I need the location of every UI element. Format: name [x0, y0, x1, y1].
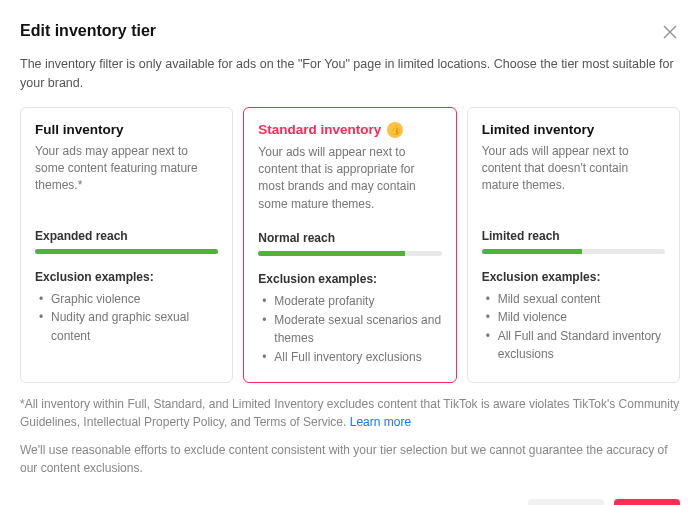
reach-bar	[258, 251, 441, 256]
tier-option-full-inventory[interactable]: Full inventoryYour ads may appear next t…	[20, 107, 233, 384]
edit-inventory-tier-modal: Edit inventory tier The inventory filter…	[0, 0, 700, 505]
tier-title: Full inventory	[35, 122, 124, 137]
save-button[interactable]: Save	[614, 499, 680, 505]
footnote-disclaimer: *All inventory within Full, Standard, an…	[20, 395, 680, 431]
exclusion-list: Mild sexual contentMild violenceAll Full…	[482, 290, 665, 364]
learn-more-link[interactable]: Learn more	[350, 415, 411, 429]
reach-bar-fill	[258, 251, 405, 256]
exclusion-item: Moderate sexual scenarios and themes	[262, 311, 441, 348]
exclusion-list: Graphic violenceNudity and graphic sexua…	[35, 290, 218, 346]
exclusion-item: Moderate profanity	[262, 292, 441, 311]
tier-description: Your ads may appear next to some content…	[35, 143, 218, 211]
reach-bar-fill	[35, 249, 218, 254]
tier-description: Your ads will appear next to content tha…	[482, 143, 665, 211]
exclusion-item: Nudity and graphic sexual content	[39, 308, 218, 345]
tier-header: Limited inventory	[482, 122, 665, 137]
tier-title: Standard inventory	[258, 122, 381, 137]
reach-bar	[35, 249, 218, 254]
exclusion-title: Exclusion examples:	[482, 270, 665, 284]
tier-title: Limited inventory	[482, 122, 595, 137]
exclusion-title: Exclusion examples:	[35, 270, 218, 284]
tier-options: Full inventoryYour ads may appear next t…	[20, 107, 680, 384]
reach-label: Limited reach	[482, 229, 665, 243]
exclusion-item: All Full inventory exclusions	[262, 348, 441, 367]
reach-label: Normal reach	[258, 231, 441, 245]
tier-header: Full inventory	[35, 122, 218, 137]
reach-bar	[482, 249, 665, 254]
exclusion-item: Graphic violence	[39, 290, 218, 309]
tier-description: Your ads will appear next to content tha…	[258, 144, 441, 214]
exclusion-item: Mild sexual content	[486, 290, 665, 309]
modal-title: Edit inventory tier	[20, 22, 156, 40]
modal-subtitle: The inventory filter is only available f…	[20, 55, 680, 93]
reach-label: Expanded reach	[35, 229, 218, 243]
tier-option-standard-inventory[interactable]: Standard inventory👍Your ads will appear …	[243, 107, 456, 384]
modal-header: Edit inventory tier	[20, 22, 680, 45]
reach-bar-fill	[482, 249, 583, 254]
exclusion-list: Moderate profanityModerate sexual scenar…	[258, 292, 441, 366]
exclusion-item: All Full and Standard inventory exclusio…	[486, 327, 665, 364]
exclusion-item: Mild violence	[486, 308, 665, 327]
close-icon	[662, 28, 678, 43]
tier-header: Standard inventory👍	[258, 122, 441, 138]
modal-actions: Cancel Save	[20, 499, 680, 505]
exclusion-title: Exclusion examples:	[258, 272, 441, 286]
cancel-button[interactable]: Cancel	[528, 499, 604, 505]
tier-option-limited-inventory[interactable]: Limited inventoryYour ads will appear ne…	[467, 107, 680, 384]
thumbs-up-icon: 👍	[387, 122, 403, 138]
footnote-accuracy: We'll use reasonable efforts to exclude …	[20, 441, 680, 477]
close-button[interactable]	[660, 22, 680, 45]
